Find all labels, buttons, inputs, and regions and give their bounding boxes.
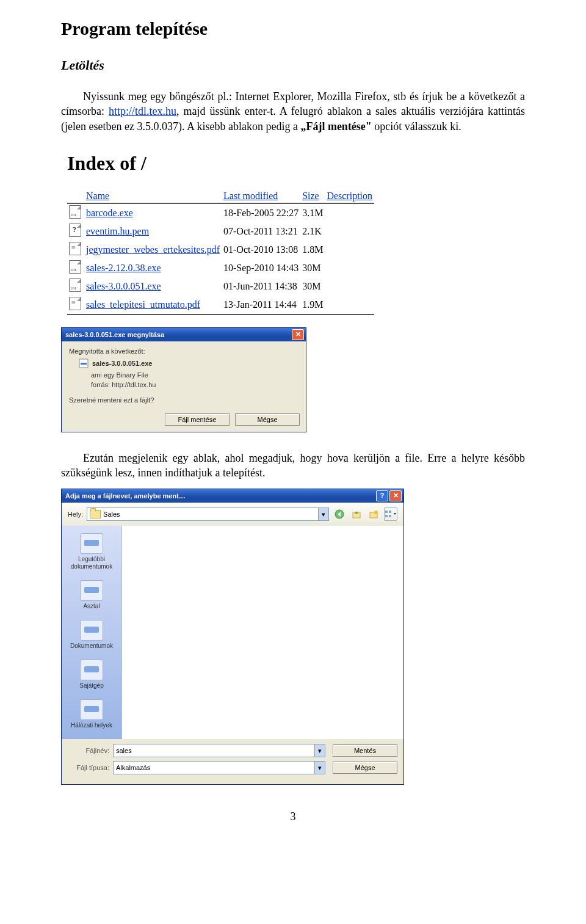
download-filename: sales-3.0.0.051.exe <box>92 360 152 367</box>
places-item[interactable]: Hálózati helyek <box>62 696 121 735</box>
paragraph-2: Ezután megjelenik egy ablak, ahol megadj… <box>61 451 525 481</box>
para1-bold: „Fájl mentése" <box>300 120 371 133</box>
places-bar: Legutóbbi dokumentumokAsztalDokumentumok… <box>62 526 121 739</box>
location-value: Sales <box>103 511 120 518</box>
para1-text-c: opciót válasszuk ki. <box>372 120 461 133</box>
download-dialog: sales-3.0.0.051.exe megnyitása ✕ Megnyit… <box>61 327 306 432</box>
index-header-row: Name Last modified Size Description <box>67 189 374 203</box>
file-link[interactable]: sales_telepitesi_utmutato.pdf <box>86 299 200 310</box>
file-type-icon <box>69 205 81 219</box>
col-name[interactable]: Name <box>86 191 109 201</box>
place-label: Dokumentumok <box>62 642 121 650</box>
svg-point-5 <box>374 511 378 514</box>
index-heading: Index of / <box>67 152 519 175</box>
file-modified: 10-Sep-2010 14:43 <box>222 259 300 277</box>
places-item[interactable]: Asztal <box>62 577 121 616</box>
save-button[interactable]: Mentés <box>333 744 397 757</box>
table-row: jegymester_webes_ertekesites.pdf01-Oct-2… <box>67 241 374 259</box>
filename-label: Fájlnév: <box>68 747 109 754</box>
chevron-down-icon: ▾ <box>318 508 328 520</box>
col-desc[interactable]: Description <box>327 191 372 201</box>
save-file-button[interactable]: Fájl mentése <box>165 413 230 426</box>
filename-value: sales <box>116 747 132 754</box>
file-area[interactable] <box>121 526 403 739</box>
download-line2a: ami egy Binary File <box>91 370 298 380</box>
place-label: Asztal <box>62 603 121 610</box>
file-modified: 01-Oct-2010 13:08 <box>222 241 300 259</box>
place-label: Sajátgép <box>62 682 121 689</box>
file-link[interactable]: jegymester_webes_ertekesites.pdf <box>86 244 220 255</box>
download-line3: Szeretné menteni ezt a fájlt? <box>69 396 298 404</box>
view-menu-icon[interactable] <box>384 507 397 521</box>
file-link[interactable]: barcode.exe <box>86 208 133 218</box>
filetype-combo[interactable]: Alkalmazás ▾ <box>113 761 325 774</box>
location-label: Hely: <box>68 511 83 518</box>
place-label: Hálózati helyek <box>62 722 121 729</box>
file-modified: 07-Oct-2011 13:21 <box>222 222 300 241</box>
place-icon <box>80 699 103 720</box>
table-row: eventim.hu.pem07-Oct-2011 13:212.1K <box>67 222 374 241</box>
file-type-icon <box>69 224 81 237</box>
save-as-title: Adja meg a fájlnevet, amelybe ment… <box>65 492 186 500</box>
download-line2b: forrás: http://tdl.tex.hu <box>91 380 298 390</box>
download-dialog-title: sales-3.0.0.051.exe megnyitása <box>65 331 164 338</box>
para2-text: Ezután megjelenik egy ablak, ahol megadj… <box>61 452 525 479</box>
cancel-button[interactable]: Mégse <box>235 413 300 426</box>
places-item[interactable]: Dokumentumok <box>62 616 121 656</box>
file-link[interactable]: sales-3.0.0.051.exe <box>86 281 161 291</box>
file-type-icon <box>69 260 81 274</box>
file-type-icon <box>69 278 81 292</box>
download-line1: Megnyitotta a következőt: <box>69 347 298 355</box>
file-size: 2.1K <box>300 222 325 241</box>
new-folder-icon[interactable] <box>367 507 380 521</box>
file-modified: 01-Jun-2011 14:38 <box>222 277 300 296</box>
chevron-down-icon: ▾ <box>314 762 325 774</box>
place-label: Legutóbbi dokumentumok <box>62 556 121 570</box>
place-icon <box>80 580 103 601</box>
file-size: 1.9M <box>300 296 325 315</box>
file-icon <box>79 358 89 368</box>
file-size: 1.8M <box>300 241 325 259</box>
filetype-label: Fájl típusa: <box>68 764 109 771</box>
file-modified: 18-Feb-2005 22:27 <box>222 204 300 222</box>
page-title: Program telepítése <box>61 18 525 39</box>
table-row: sales-2.12.0.38.exe10-Sep-2010 14:4330M <box>67 259 374 277</box>
page-number: 3 <box>0 797 586 831</box>
file-modified: 13-Jan-2011 14:44 <box>222 296 300 315</box>
chevron-down-icon: ▾ <box>314 744 325 757</box>
save-as-dialog: Adja meg a fájlnevet, amelybe ment… ? ✕ … <box>61 489 404 785</box>
file-size: 30M <box>300 277 325 296</box>
col-size[interactable]: Size <box>302 191 319 201</box>
table-row: sales_telepitesi_utmutato.pdf13-Jan-2011… <box>67 296 374 315</box>
file-size: 30M <box>300 259 325 277</box>
cancel-button[interactable]: Mégse <box>333 762 397 774</box>
col-modified[interactable]: Last modified <box>223 191 278 201</box>
file-size: 3.1M <box>300 204 325 222</box>
close-icon[interactable]: ✕ <box>389 490 402 501</box>
location-combo[interactable]: Sales ▾ <box>87 507 329 521</box>
svg-rect-7 <box>385 515 388 517</box>
file-type-icon <box>69 297 81 310</box>
file-link[interactable]: sales-2.12.0.38.exe <box>86 263 161 273</box>
download-url-link[interactable]: http://tdl.tex.hu <box>109 105 176 117</box>
folder-icon <box>90 510 101 518</box>
filename-input[interactable]: sales ▾ <box>113 744 325 757</box>
filetype-value: Alkalmazás <box>116 764 150 771</box>
file-link[interactable]: eventim.hu.pem <box>86 226 149 236</box>
svg-rect-9 <box>389 515 391 517</box>
svg-rect-6 <box>385 511 388 513</box>
table-row: sales-3.0.0.051.exe01-Jun-2011 14:3830M <box>67 277 374 296</box>
back-icon[interactable] <box>333 507 346 521</box>
section-subtitle: Letöltés <box>61 57 525 73</box>
paragraph-1: Nyissunk meg egy böngészőt pl.: Internet… <box>61 89 525 134</box>
place-icon <box>80 620 103 641</box>
places-item[interactable]: Legutóbbi dokumentumok <box>62 529 121 577</box>
places-item[interactable]: Sajátgép <box>62 656 121 696</box>
close-icon[interactable]: ✕ <box>292 329 304 340</box>
file-type-icon <box>69 242 81 255</box>
directory-index: Index of / Name Last modified Size Descr… <box>61 152 525 321</box>
up-folder-icon[interactable] <box>350 507 363 521</box>
help-icon[interactable]: ? <box>376 490 388 501</box>
table-row: barcode.exe18-Feb-2005 22:273.1M <box>67 204 374 222</box>
svg-rect-8 <box>389 511 391 513</box>
